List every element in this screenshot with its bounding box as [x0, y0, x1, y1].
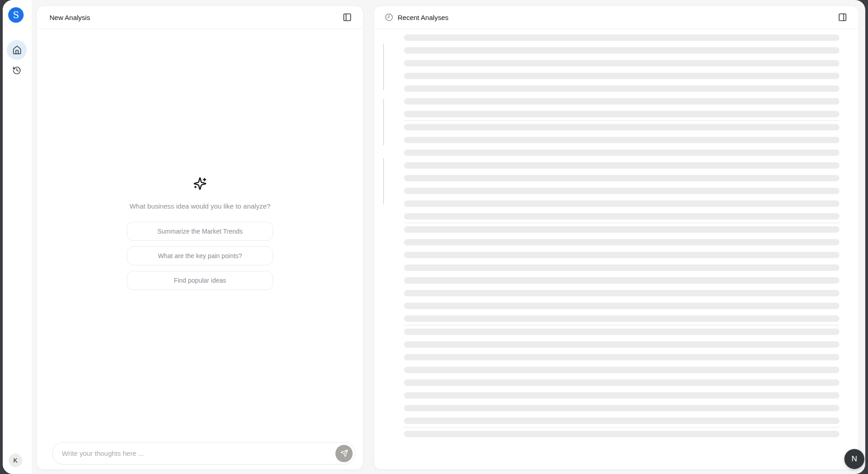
skeleton-bar [404, 303, 839, 309]
skeleton-bar [404, 137, 839, 143]
skeleton-bar [404, 188, 839, 194]
skeleton-bar [404, 341, 839, 348]
suggestion-market-trends[interactable]: Summarize the Market Trends [127, 222, 273, 241]
panel-right-toggle-button[interactable] [836, 10, 849, 24]
sparkles-icon [193, 177, 207, 190]
new-analysis-panel: New Analysis What business idea would yo… [36, 5, 364, 470]
panel-left-toggle-button[interactable] [340, 10, 354, 24]
recent-analyses-panel: Recent Analyses [374, 5, 859, 470]
skeleton-bar [404, 150, 839, 156]
skeleton-bar [404, 124, 839, 130]
user-avatar-letter: K [13, 457, 17, 464]
recent-analyses-title: Recent Analyses [398, 14, 449, 21]
skeleton-bar [404, 226, 839, 233]
suggestion-pain-points[interactable]: What are the key pain points? [127, 246, 273, 265]
skeleton-bar [404, 85, 839, 92]
user-avatar[interactable]: K [9, 454, 22, 467]
nav-home-button[interactable] [7, 40, 27, 60]
skeleton-bar [404, 405, 839, 411]
thoughts-input[interactable] [53, 443, 335, 464]
skeleton-bar [404, 213, 839, 220]
skeleton-bar [404, 418, 839, 424]
suggestion-popular-ideas[interactable]: Find popular ideas [127, 271, 273, 290]
skeleton-bar [404, 35, 839, 41]
skeleton-bar [404, 239, 839, 245]
brand-logo[interactable]: S [8, 7, 24, 23]
skeleton-bar [404, 73, 839, 79]
skeleton-group-divider [404, 427, 839, 428]
skeleton-bar [404, 392, 839, 399]
skeleton-group-divider [404, 325, 839, 325]
brand-logo-letter: S [13, 10, 19, 20]
clock-icon [385, 13, 393, 21]
skeleton-bar [404, 290, 839, 296]
new-analysis-header: New Analysis [37, 6, 363, 29]
skeleton-side-marker [383, 99, 384, 145]
composer [52, 442, 355, 464]
skeleton-bar [404, 111, 839, 117]
skeleton-bar [404, 315, 839, 322]
skeleton-bar [404, 98, 839, 105]
suggestion-list: Summarize the Market Trends What are the… [127, 222, 273, 290]
skeleton-bar [404, 367, 839, 373]
skeleton-bar [404, 47, 839, 54]
skeleton-bar [404, 175, 839, 181]
new-analysis-title: New Analysis [50, 14, 90, 21]
skeleton-bar [404, 60, 839, 66]
skeleton-bar [404, 379, 839, 386]
skeleton-side-marker [383, 44, 384, 90]
send-icon [340, 449, 348, 457]
home-icon [12, 45, 22, 55]
skeleton-bar [404, 264, 839, 271]
send-button[interactable] [335, 445, 353, 462]
skeleton-bar [404, 252, 839, 258]
widget-launcher-letter: N [852, 454, 857, 464]
skeleton-bar [404, 329, 839, 335]
empty-state: What business idea would you like to ana… [37, 177, 363, 290]
skeleton-bar [404, 431, 839, 437]
panel-right-icon [838, 13, 847, 22]
loading-skeleton [374, 29, 858, 437]
recent-analyses-header: Recent Analyses [374, 6, 858, 29]
widget-launcher-button[interactable]: N [844, 449, 864, 469]
skeleton-group-divider [404, 223, 839, 223]
skeleton-bar [404, 200, 839, 207]
nav-history-button[interactable] [8, 61, 26, 80]
panel-left-icon [343, 13, 352, 22]
skeleton-side-marker [383, 158, 384, 205]
empty-state-prompt: What business idea would you like to ana… [130, 202, 270, 210]
skeleton-group-divider [404, 120, 839, 121]
history-icon [12, 66, 21, 75]
skeleton-bar [404, 277, 839, 284]
left-rail: S K [3, 0, 32, 474]
skeleton-bar [404, 354, 839, 360]
skeleton-bar [404, 162, 839, 169]
